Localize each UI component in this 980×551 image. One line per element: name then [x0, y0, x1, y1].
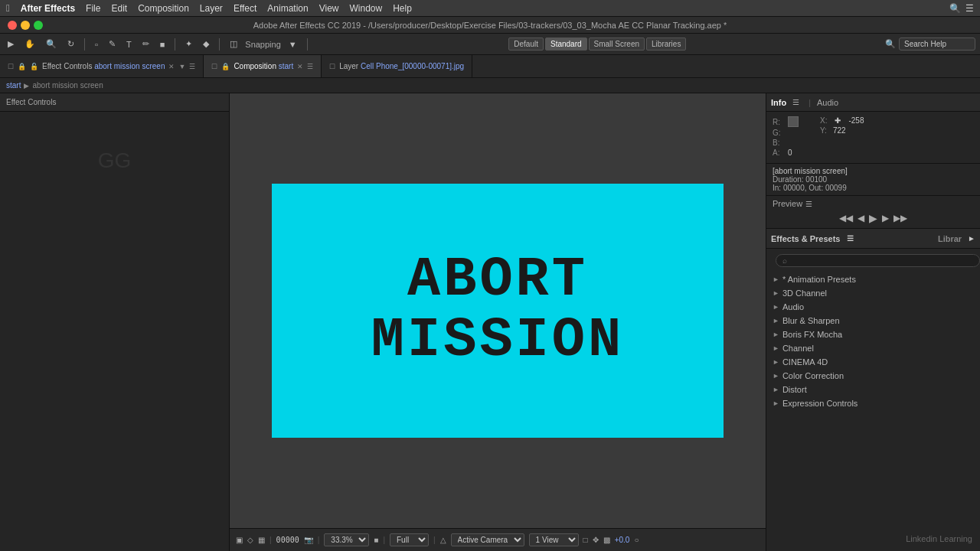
category-audio[interactable]: ► Audio: [766, 300, 980, 314]
animation-menu[interactable]: Animation: [267, 3, 308, 14]
timecode-display: 00000: [276, 536, 299, 544]
workspace-small-screen[interactable]: Small Screen: [589, 37, 645, 51]
separator-4: [307, 38, 308, 51]
skip-to-end-button[interactable]: ▶▶: [893, 212, 908, 224]
brush-tool[interactable]: ✏: [139, 37, 152, 51]
help-menu[interactable]: Help: [393, 3, 412, 14]
close-button[interactable]: [8, 21, 17, 30]
play-button[interactable]: ▶: [868, 211, 878, 225]
breadcrumb-arrow: ▶: [24, 82, 29, 90]
color-swatch-r: [788, 116, 799, 127]
stamp-tool[interactable]: ■: [157, 38, 168, 51]
snapping-checkbox[interactable]: ◫: [227, 37, 240, 51]
category-color-correction[interactable]: ► Color Correction: [766, 369, 980, 383]
step-forward-button[interactable]: ▶: [881, 212, 890, 224]
left-panel: Effect Controls GG: [0, 93, 230, 551]
composition-view: ABORTMISSION: [272, 184, 724, 438]
rect-tool[interactable]: ▫: [92, 38, 101, 51]
file-menu[interactable]: File: [86, 3, 100, 14]
snapping-options[interactable]: ▼: [286, 38, 300, 51]
quality-select[interactable]: FullHalfAuto: [390, 533, 429, 546]
tab-audio[interactable]: Audio: [817, 98, 838, 107]
effects-search-input[interactable]: [776, 254, 980, 267]
expand-icon[interactable]: ▼: [178, 63, 185, 70]
category-distort[interactable]: ► Distort: [766, 383, 980, 396]
composition-menu[interactable]: Composition: [138, 3, 189, 14]
panel-tab-effect-controls[interactable]: ☐ 🔒 🔓 Effect Controls abort mission scre…: [0, 55, 204, 77]
fullscreen-button[interactable]: [34, 21, 43, 30]
comp-menu-icon[interactable]: ☰: [307, 63, 313, 70]
puppet-tool[interactable]: ✦: [182, 37, 195, 51]
tab-info[interactable]: Info: [771, 98, 786, 107]
category-expression-controls[interactable]: ► Expression Controls: [766, 396, 980, 410]
category-3d-channel[interactable]: ► 3D Channel: [766, 286, 980, 300]
rotate-tool[interactable]: ↻: [64, 37, 77, 51]
window-menu[interactable]: Window: [350, 3, 383, 14]
hand-tool[interactable]: ✋: [21, 37, 38, 51]
label-boris-fx: Boris FX Mocha: [782, 330, 842, 339]
screenshot-icon: ▣: [236, 536, 243, 544]
r-label: R:: [773, 118, 782, 126]
step-back-button[interactable]: ◀: [857, 212, 865, 224]
right-panel: Info ☰ | Audio R: G:: [766, 93, 980, 551]
label-audio: Audio: [782, 302, 804, 311]
separator-2: [175, 38, 175, 51]
menu-icon[interactable]: ☰: [189, 63, 195, 70]
layer-menu[interactable]: Layer: [200, 3, 223, 14]
search-help-input[interactable]: [899, 37, 975, 51]
category-channel[interactable]: ► Channel: [766, 341, 980, 355]
effect-menu[interactable]: Effect: [234, 3, 256, 14]
camera-select[interactable]: Active Camera: [451, 533, 524, 546]
grid-icon: ▦: [258, 536, 265, 544]
view-select[interactable]: 1 View2 Views: [529, 533, 579, 546]
skip-to-start-button[interactable]: ◀◀: [838, 212, 854, 224]
arrow-boris-fx: ►: [773, 331, 779, 338]
label-channel: Channel: [782, 344, 814, 353]
preview-menu-icon[interactable]: ☰: [805, 200, 812, 208]
pen-tool[interactable]: ✎: [106, 37, 119, 51]
effects-presets-title: Effects & Presets: [771, 234, 841, 243]
snapping-label: Snapping: [245, 40, 281, 49]
category-blur-sharpen[interactable]: ► Blur & Sharpen: [766, 314, 980, 328]
a-label: A:: [773, 148, 782, 157]
category-cinema4d[interactable]: ► CINEMA 4D: [766, 355, 980, 369]
workspace-default[interactable]: Default: [508, 37, 544, 51]
close-composition[interactable]: ✕: [297, 63, 303, 70]
view-menu[interactable]: View: [319, 3, 339, 14]
selection-tool[interactable]: ▶: [5, 37, 17, 51]
toolbar: ▶ ✋ 🔍 ↻ ▫ ✎ T ✏ ■ ✦ ◆ ◫ Snapping ▼ Defau…: [0, 34, 980, 55]
effects-menu-icon[interactable]: ☰: [847, 234, 854, 243]
zoom-select[interactable]: 33.3%50%100%: [324, 533, 369, 546]
zoom-tool[interactable]: 🔍: [43, 37, 60, 51]
panel-tab-layer[interactable]: ☐ Layer Cell Phone_[00000-00071].jpg: [322, 55, 472, 77]
category-animation-presets[interactable]: ► * Animation Presets: [766, 272, 980, 286]
apple-menu[interactable]: : [6, 2, 10, 14]
preview-panel: Preview ☰ ◀◀ ◀ ▶ ▶ ▶▶: [766, 196, 980, 229]
breadcrumb-start[interactable]: start: [6, 81, 21, 90]
minimize-button[interactable]: [21, 21, 30, 30]
x-label: X:: [820, 116, 827, 125]
preview-area: ABORTMISSION: [230, 93, 766, 528]
crosshair-icon: ✚: [835, 116, 841, 125]
separator-3: [219, 38, 220, 51]
label-cinema4d: CINEMA 4D: [782, 357, 828, 367]
libraries-tab[interactable]: Librar: [938, 234, 962, 243]
fps-display: +0.0: [615, 536, 630, 544]
shape-tool[interactable]: ◆: [200, 37, 212, 51]
effects-panel-header: Effects & Presets ☰ Librar ►: [766, 229, 980, 249]
comp-name: [abort mission screen]: [773, 167, 974, 175]
close-effect-controls[interactable]: ✕: [168, 63, 175, 70]
workspace-libraries[interactable]: Libraries: [646, 37, 686, 51]
y-label: Y:: [820, 126, 827, 135]
edit-menu[interactable]: Edit: [111, 3, 127, 14]
info-menu-icon[interactable]: ☰: [792, 98, 799, 106]
comp-duration: Duration: 00100: [773, 175, 974, 184]
expand-right-icon[interactable]: ►: [968, 234, 975, 243]
panel-tab-composition[interactable]: ☐ 🔒 Composition start ✕ ☰: [204, 55, 322, 77]
label-distort: Distort: [782, 385, 807, 394]
text-tool[interactable]: T: [123, 38, 135, 51]
appname-menu[interactable]: After Effects: [21, 3, 75, 14]
arrow-audio: ►: [773, 303, 779, 311]
category-boris-fx[interactable]: ► Boris FX Mocha: [766, 328, 980, 341]
workspace-standard[interactable]: Standard: [545, 37, 587, 51]
